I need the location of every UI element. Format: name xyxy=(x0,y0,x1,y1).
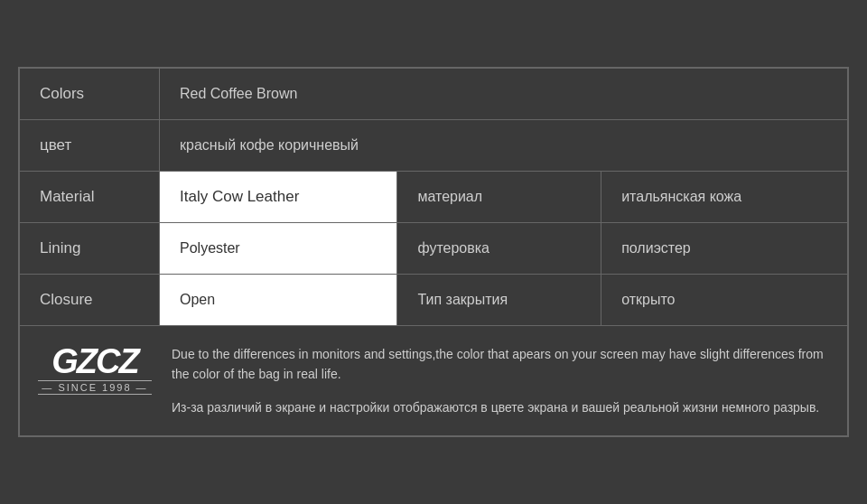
logo-text: GZCZ xyxy=(51,344,137,378)
footer-row: GZCZ — SINCE 1998 — Due to the differenc… xyxy=(20,325,848,435)
notice-ru: Из-за различий в экране и настройки отоб… xyxy=(172,397,831,417)
value-material-ru-label: материал xyxy=(397,171,601,222)
footer-notices: Due to the differences in monitors and s… xyxy=(172,344,831,417)
label-material: Material xyxy=(20,171,160,222)
value-lining-ru: полиэстер xyxy=(601,222,848,274)
brand-logo: GZCZ — SINCE 1998 — xyxy=(36,344,154,395)
value-lining-ru-label: футеровка xyxy=(397,222,601,274)
value-closure-ru-label: Тип закрытия xyxy=(397,274,601,325)
value-closure-ru: открыто xyxy=(601,274,848,325)
label-colors: Colors xyxy=(20,68,160,119)
label-tsvet: цвет xyxy=(20,119,160,171)
value-tsvet: красный кофе коричневый xyxy=(160,119,848,171)
table-row: цвет красный кофе коричневый xyxy=(20,119,848,171)
value-material-en: Italy Cow Leather xyxy=(160,171,397,222)
product-table: Colors Red Coffee Brown цвет красный коф… xyxy=(18,67,849,437)
label-lining: Lining xyxy=(20,222,160,274)
table-row: Closure Open Тип закрытия открыто xyxy=(20,274,848,325)
table-row: Colors Red Coffee Brown xyxy=(20,68,848,119)
footer-cell: GZCZ — SINCE 1998 — Due to the differenc… xyxy=(20,325,848,435)
main-container: Colors Red Coffee Brown цвет красный коф… xyxy=(9,58,858,446)
value-material-ru: итальянская кожа xyxy=(601,171,848,222)
value-lining-en: Polyester xyxy=(160,222,397,274)
notice-en: Due to the differences in monitors and s… xyxy=(172,344,831,385)
logo-since: — SINCE 1998 — xyxy=(38,380,151,395)
value-colors: Red Coffee Brown xyxy=(160,68,848,119)
table-row: Material Italy Cow Leather материал итал… xyxy=(20,171,848,222)
table-row: Lining Polyester футеровка полиэстер xyxy=(20,222,848,274)
footer-content: GZCZ — SINCE 1998 — Due to the differenc… xyxy=(36,344,831,417)
value-closure-en: Open xyxy=(160,274,397,325)
label-closure: Closure xyxy=(20,274,160,325)
